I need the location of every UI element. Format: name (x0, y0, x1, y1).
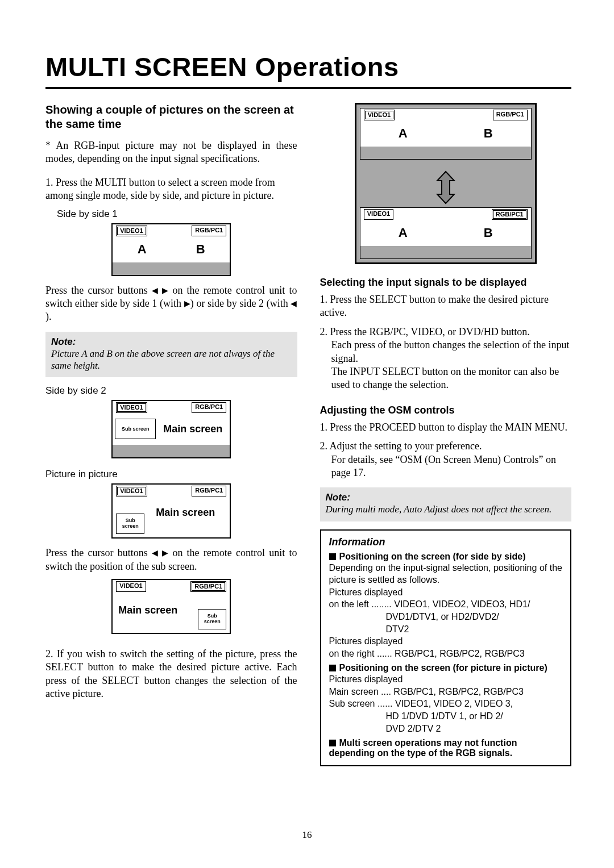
screen-a-diagram: VIDEO1 RGB/PC1 A B (360, 108, 532, 160)
osm-step-1: 1. Press the PROCEED button to display t… (320, 421, 572, 434)
left-arrow-icon: ◀ (291, 299, 297, 309)
screen-b-diagram: VIDEO1 RGB/PC1 A B (360, 207, 532, 259)
text: ). (45, 311, 52, 322)
sub-screen-box: Subscreen (198, 609, 226, 629)
input-video1: VIDEO1 (364, 110, 395, 120)
region-b: B (171, 242, 230, 257)
page: MULTI SCREEN Operations Showing a couple… (0, 0, 614, 868)
pip-figure-2: VIDEO1 RGB/PC1 Main screen Subscreen (45, 579, 297, 634)
step-2: 2. If you wish to switch the setting of … (45, 648, 297, 701)
region-b: B (446, 226, 531, 240)
info-text: DVD1/DTV1, or HD2/DVD2/ (329, 611, 563, 623)
sub-screen-box: Sub screen (115, 419, 156, 439)
bidirectional-arrow-icon (360, 168, 532, 207)
info-text: Pictures displayed (329, 673, 563, 686)
info-text: on the left ........ VIDEO1, VIDEO2, VID… (329, 598, 563, 611)
sel-step-2c: The INPUT SELECT button on the monitor c… (320, 365, 572, 392)
input-rgbpc1: RGB/PC1 (192, 486, 226, 496)
left-column: Showing a couple of pictures on the scre… (45, 103, 297, 766)
input-video1: VIDEO1 (116, 486, 147, 496)
osm-step-2b: For details, see “OSM (On Screen Menu) C… (320, 453, 572, 480)
square-bullet-icon (329, 553, 336, 560)
pip-description: Press the cursor buttons ◀ ▶ on the remo… (45, 546, 297, 573)
info-text: HD 1/DVD 1/DTV 1, or HD 2/ (329, 710, 563, 723)
page-title: MULTI SCREEN Operations (45, 51, 571, 82)
text: Positioning on the screen (for picture i… (339, 663, 547, 673)
input-rgbpc1: RGB/PC1 (190, 581, 226, 592)
note-body: Picture A and B on the above screen are … (51, 348, 292, 372)
region-a: A (113, 242, 171, 257)
letterbox-bar (360, 246, 531, 258)
sel-step-1: 1. Press the SELECT button to make the d… (320, 293, 572, 320)
information-box: Information Positioning on the screen (f… (320, 529, 572, 767)
note-box: Note: Picture A and B on the above scree… (45, 332, 297, 378)
selecting-head: Selecting the input signals to be displa… (320, 277, 572, 289)
input-rgbpc1: RGB/PC1 (493, 110, 528, 120)
region-a: A (360, 126, 446, 141)
input-rgbpc1: RGB/PC1 (492, 209, 528, 220)
sel-step-2a: 2. Press the RGB/PC, VIDEO, or DVD/HD bu… (320, 326, 572, 339)
note-body: During multi mode, Auto Adjust does not … (326, 503, 566, 515)
page-number: 16 (302, 829, 312, 841)
note-heading: Note: (326, 492, 566, 503)
screen-diagram: VIDEO1 RGB/PC1 Main screen Subscreen (111, 483, 231, 539)
letterbox-bar (113, 445, 230, 457)
input-video1: VIDEO1 (364, 209, 393, 220)
right-figure: VIDEO1 RGB/PC1 A B (320, 103, 572, 264)
osm-step-2a: 2. Adjust the setting to your preference… (320, 440, 572, 453)
info-subhead-pip: Positioning on the screen (for picture i… (329, 663, 563, 673)
pip-label: Picture in picture (45, 469, 297, 480)
osm-head: Adjusting the OSM controls (320, 404, 572, 416)
square-bullet-icon (329, 740, 336, 746)
title-rule (45, 87, 571, 89)
sbs1-description: Press the cursor buttons ◀ ▶ on the remo… (45, 284, 297, 324)
letterbox-bar (360, 147, 531, 159)
pip-figure-1: VIDEO1 RGB/PC1 Main screen Subscreen (45, 483, 297, 539)
input-rgbpc1: RGB/PC1 (192, 226, 226, 236)
sbs1-figure: VIDEO1 RGB/PC1 A B (45, 223, 297, 276)
mode-transition-diagram: VIDEO1 RGB/PC1 A B (355, 103, 537, 264)
input-video1: VIDEO1 (116, 402, 147, 413)
square-bullet-icon (329, 665, 336, 671)
info-subhead-sbs: Positioning on the screen (for side by s… (329, 552, 563, 562)
sel-step-2b: Each press of the button changes the sel… (320, 339, 572, 365)
info-text: on the right ...... RGB/PC1, RGB/PC2, RG… (329, 648, 563, 660)
sub-screen-box: Subscreen (116, 514, 144, 534)
right-arrow-icon: ▶ (184, 299, 190, 309)
left-arrow-icon: ◀ (152, 548, 158, 558)
region-a: A (360, 226, 446, 240)
text: Press the cursor buttons (45, 285, 152, 296)
info-text: DTV2 (329, 623, 563, 636)
note-box-2: Note: During multi mode, Auto Adjust doe… (320, 487, 572, 521)
info-warning: Multi screen operations may not function… (329, 738, 563, 758)
info-text: Main screen .... RGB/PC1, RGB/PC2, RGB/P… (329, 686, 563, 698)
info-heading: Information (329, 536, 563, 548)
columns: Showing a couple of pictures on the scre… (45, 103, 571, 766)
input-video1: VIDEO1 (116, 581, 146, 592)
input-rgbpc1: RGB/PC1 (192, 402, 226, 413)
main-screen-label: Main screen (156, 413, 230, 445)
screen-diagram: VIDEO1 RGB/PC1 Sub screen Main screen (111, 400, 231, 458)
info-text: Sub screen ...... VIDEO1, VIDEO 2, VIDEO… (329, 698, 563, 710)
rgb-footnote: * An RGB-input picture may not be displa… (45, 139, 297, 166)
section-heading: Showing a couple of pictures on the scre… (45, 103, 297, 131)
sbs2-figure: VIDEO1 RGB/PC1 Sub screen Main screen (45, 400, 297, 458)
left-arrow-icon: ◀ (152, 286, 158, 296)
right-column: VIDEO1 RGB/PC1 A B (320, 103, 572, 766)
step-1: 1. Press the MULTI button to select a sc… (45, 176, 297, 203)
info-text: DVD 2/DTV 2 (329, 723, 563, 735)
text: ) or side by side 2 (with (190, 298, 291, 309)
screen-diagram: VIDEO1 RGB/PC1 Main screen Subscreen (111, 579, 231, 634)
sbs1-label: Side by side 1 (57, 208, 297, 220)
text: Press the cursor buttons (45, 547, 152, 558)
input-video1: VIDEO1 (116, 226, 147, 236)
right-arrow-icon: ▶ (162, 286, 168, 296)
right-arrow-icon: ▶ (162, 548, 168, 558)
region-b: B (446, 126, 531, 141)
letterbox-bar (113, 262, 230, 275)
info-text: Depending on the input-signal selection,… (329, 562, 563, 586)
screen-diagram: VIDEO1 RGB/PC1 A B (111, 223, 231, 276)
info-text: Pictures displayed (329, 635, 563, 648)
note-heading: Note: (51, 336, 292, 348)
text: Positioning on the screen (for side by s… (339, 552, 526, 561)
